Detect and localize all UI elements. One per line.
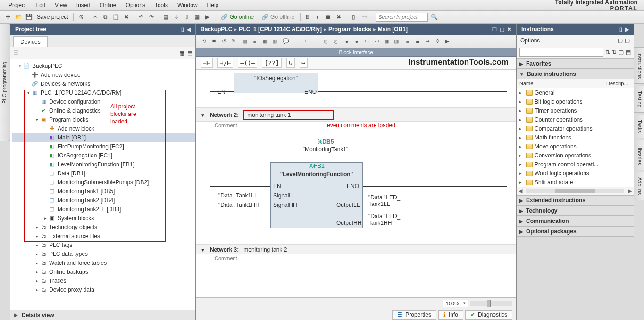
scroll-bar[interactable] — [526, 189, 624, 193]
tree-node[interactable]: ✔Online & diagnostics — [12, 106, 195, 115]
upload-icon[interactable]: ⇧ — [183, 13, 191, 21]
network-2-header[interactable]: ▼ Network 2: monitoring tank 1 — [196, 107, 516, 122]
lad-branch-icon[interactable]: ↳ — [286, 58, 295, 68]
et-icon[interactable]: ↤ — [372, 37, 381, 46]
tree-node[interactable]: ▸🗂PLC tags — [12, 240, 195, 249]
et-icon[interactable]: ⟲ — [200, 37, 208, 46]
menu-online[interactable]: Online — [95, 1, 121, 9]
tree-node[interactable]: ▸🗂Technology objects — [12, 222, 195, 231]
tree-node[interactable]: ▢MonitoringTank2LL [DB3] — [12, 205, 195, 213]
tree-node[interactable]: ▢MonitoringTank1 [DB5] — [12, 187, 195, 196]
instruction-folder[interactable]: ▸Program control operati... — [517, 160, 634, 169]
menu-edit[interactable]: Edit — [31, 1, 50, 9]
details-view-bar[interactable]: ▶ Details view — [10, 310, 195, 320]
fc-block-ios-segregation[interactable]: "IOsSegregation" — [234, 73, 318, 83]
output-led-hh2[interactable]: Tank1HH — [368, 220, 392, 226]
tree-arrow-icon[interactable]: ▸ — [34, 252, 40, 256]
save-icon[interactable]: 💾 — [25, 13, 33, 21]
menu-help[interactable]: Help — [202, 1, 224, 9]
left-side-tab-plc-programming[interactable]: PLC programming — [0, 24, 10, 141]
go-online-button[interactable]: 🔗Go online — [218, 14, 257, 20]
fb-name[interactable]: "LevelMonitoringFunction" — [271, 169, 362, 180]
lad-contact-nc-icon[interactable]: ⊣/⊢ — [217, 58, 233, 68]
instruction-folder[interactable]: ▸General — [517, 88, 634, 97]
chevron-down-icon[interactable]: ▼ — [201, 247, 205, 253]
et-icon[interactable]: ≡ — [403, 37, 412, 46]
crumb-main[interactable]: Main [OB1] — [378, 26, 408, 33]
stop-cpu-icon[interactable]: ⏹ — [324, 13, 333, 21]
pin-icon[interactable]: ▶ — [625, 26, 629, 33]
window-close-icon[interactable]: ✖ — [507, 26, 511, 33]
instruction-folder[interactable]: ▸Shift and rotate — [517, 178, 634, 187]
cut-icon[interactable]: ✂ — [91, 13, 100, 21]
info-tab[interactable]: ℹInfo — [438, 310, 463, 320]
lad-box-icon[interactable]: [??] — [262, 58, 281, 68]
chevron-right-icon[interactable]: ▸ — [519, 90, 524, 95]
et-icon[interactable]: ▤ — [241, 37, 249, 46]
chevron-right-icon[interactable]: ▸ — [519, 117, 524, 122]
redo-icon[interactable]: ↷ — [147, 13, 156, 21]
simulate-icon[interactable]: ▦ — [193, 13, 201, 21]
tree-node[interactable]: ▸🗂Device proxy data — [12, 285, 195, 294]
window-minimize-icon[interactable]: — — [484, 26, 489, 33]
tree-node[interactable]: ➕Add new device — [12, 70, 195, 79]
devices-tab[interactable]: Devices — [13, 36, 48, 47]
split-v-icon[interactable]: ▭ — [360, 13, 368, 21]
accessible-devices-icon[interactable]: 🖥 — [303, 13, 312, 21]
tree-arrow-icon[interactable]: ▸ — [34, 243, 40, 247]
tree-node[interactable]: ▸▣System blocks — [12, 213, 195, 222]
project-tree[interactable]: All project blocks are loaded ▾📄BackupPL… — [10, 59, 195, 310]
et-icon[interactable]: ● — [352, 37, 361, 46]
optional-packages-section[interactable]: ▶Optional packages — [517, 226, 634, 237]
favorites-section[interactable]: ▶ Favorites — [517, 58, 634, 69]
instructions-scroll[interactable]: ◀ ▶ — [517, 187, 634, 195]
et-icon[interactable]: ▶ — [443, 37, 452, 46]
extended-instructions-section[interactable]: ▶Extended instructions — [517, 195, 634, 205]
et-icon[interactable]: ≣ — [413, 37, 422, 46]
et-icon[interactable]: ± — [301, 37, 310, 46]
et-icon[interactable]: ↻ — [229, 37, 238, 46]
split-h-icon[interactable]: ▯ — [349, 13, 358, 21]
tree-node[interactable]: ▢MonitoringTank2 [DB4] — [12, 196, 195, 205]
tree-node[interactable]: ▾▣Program blocks — [12, 115, 195, 124]
window-restore-icon[interactable]: ❐ — [492, 26, 497, 33]
instruction-folder[interactable]: ▸Conversion operations — [517, 151, 634, 160]
undo-icon[interactable]: ↶ — [137, 13, 145, 21]
chevron-right-icon[interactable]: ▸ — [519, 135, 524, 140]
instruction-folder[interactable]: ▸Timer operations — [517, 106, 634, 115]
et-icon[interactable]: ≡ — [251, 37, 259, 46]
go-offline-button[interactable]: 🔗Go offline — [259, 14, 297, 20]
tree-node[interactable]: ◧LevelMonitoringFunction [FB1] — [12, 160, 195, 169]
et-icon[interactable]: ⋯ — [311, 37, 320, 46]
network-2-title[interactable]: monitoring tank 1 — [243, 110, 334, 120]
network-2-comment[interactable]: Comment — [196, 122, 516, 131]
chevron-right-icon[interactable]: ▸ — [519, 171, 524, 176]
menu-options[interactable]: Options — [121, 1, 150, 9]
tree-arrow-icon[interactable]: ▾ — [25, 90, 31, 95]
et-icon[interactable]: ⋯ — [292, 37, 300, 46]
instruction-folder[interactable]: ▸Comparator operations — [517, 124, 634, 133]
opt-icon[interactable]: ▢ — [625, 37, 630, 44]
lad-jump-icon[interactable]: ↦ — [300, 58, 308, 68]
instr-tool-icon[interactable]: ⇅ — [612, 49, 617, 56]
instruction-folder[interactable]: ▸Bit logic operations — [517, 97, 634, 106]
compile-icon[interactable]: ▤ — [162, 13, 170, 21]
et-icon[interactable]: ▦ — [382, 37, 391, 46]
print-icon[interactable]: 🖨 — [76, 13, 85, 21]
scroll-right-icon[interactable]: ▶ — [628, 188, 632, 194]
tree-node[interactable]: ◧IOsSegregation [FC1] — [12, 151, 195, 160]
collapse-icon[interactable]: ▯ — [181, 26, 184, 33]
technology-section[interactable]: ▶Technology — [517, 205, 634, 216]
cross-refs-icon[interactable]: ✖ — [335, 13, 343, 21]
et-icon[interactable]: ▥ — [270, 37, 279, 46]
zoom-slider[interactable] — [470, 301, 512, 306]
chevron-right-icon[interactable]: ▸ — [519, 108, 524, 113]
tree-grid-icon[interactable]: ▦ — [179, 50, 184, 57]
scroll-left-icon[interactable]: ◀ — [519, 188, 522, 194]
search-go-icon[interactable]: 🔍 — [430, 13, 438, 21]
menu-view[interactable]: View — [50, 1, 72, 9]
pin-icon[interactable]: ◀ — [187, 26, 191, 33]
et-icon[interactable]: ↺ — [219, 37, 228, 46]
side-tab-libraries[interactable]: Libraries — [634, 140, 644, 170]
instruction-folder[interactable]: ▸Counter operations — [517, 115, 634, 124]
